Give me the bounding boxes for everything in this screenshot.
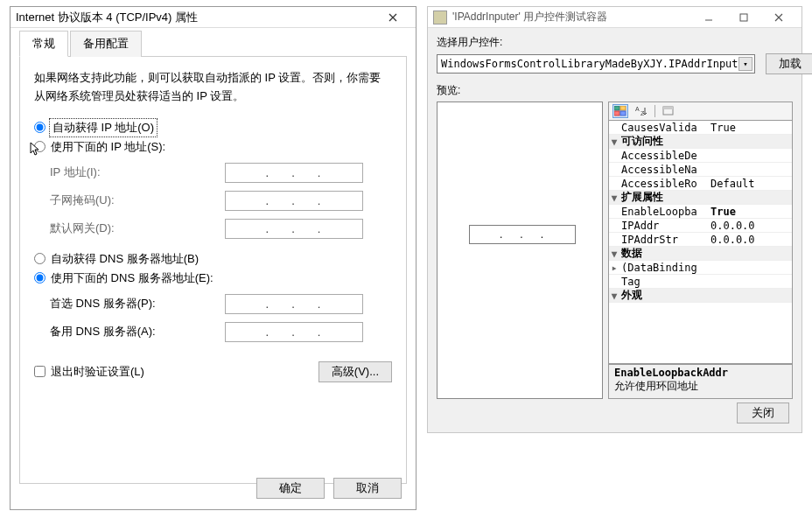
preview-area: ... AZ CausesValidaTrue▾可访问性AccessibleDe… xyxy=(437,102,793,399)
property-category-row[interactable]: ▾数据 xyxy=(609,247,792,261)
property-row[interactable]: EnableLoopbaTrue xyxy=(609,205,792,219)
expand-icon[interactable]: ▾ xyxy=(609,290,620,302)
dns2-label: 备用 DNS 服务器(A): xyxy=(50,324,225,340)
control-combobox-value: WindowsFormsControlLibraryMadeByXJY.IPAd… xyxy=(441,58,751,70)
dns-fields-group: 首选 DNS 服务器(P): ... 备用 DNS 服务器(A): ... xyxy=(50,294,392,342)
property-value[interactable]: True xyxy=(707,122,792,134)
property-row[interactable]: IPAddrStr0.0.0.0 xyxy=(609,233,792,247)
advanced-button[interactable]: 高级(V)... xyxy=(318,361,392,382)
property-value[interactable]: True xyxy=(707,206,792,218)
property-category-row[interactable]: ▾外观 xyxy=(609,289,792,303)
property-toolbar: AZ xyxy=(608,102,793,121)
property-row[interactable]: AccessibleNa xyxy=(609,163,792,177)
right-body: 选择用户控件: WindowsFormsControlLibraryMadeBy… xyxy=(428,28,802,406)
property-value[interactable]: 0.0.0.0 xyxy=(707,234,792,246)
property-panel: AZ CausesValidaTrue▾可访问性AccessibleDeAcce… xyxy=(608,102,793,399)
radio-manual-dns-label: 使用下面的 DNS 服务器地址(E): xyxy=(51,270,214,286)
tab-alt-config[interactable]: 备用配置 xyxy=(70,31,142,57)
tab-panel-general: 如果网络支持此功能，则可以获取自动指派的 IP 设置。否则，你需要从网络系统管理… xyxy=(19,57,407,484)
radio-auto-ip-row[interactable]: 自动获得 IP 地址(O) xyxy=(34,120,392,136)
property-key: AccessibleNa xyxy=(620,164,707,176)
control-combobox[interactable]: WindowsFormsControlLibraryMadeByXJY.IPAd… xyxy=(437,54,755,74)
close-button[interactable] xyxy=(375,7,410,28)
radio-manual-ip-row[interactable]: 使用下面的 IP 地址(S): xyxy=(34,139,392,155)
expand-icon[interactable]: ▾ xyxy=(609,192,620,204)
expand-icon[interactable]: ▾ xyxy=(609,248,620,260)
titlebar[interactable]: Internet 协议版本 4 (TCP/IPv4) 属性 xyxy=(10,7,416,28)
category-name: 外观 xyxy=(620,288,792,303)
property-row[interactable]: Tag xyxy=(609,275,792,289)
expand-icon[interactable]: ▾ xyxy=(609,136,620,148)
dns1-label: 首选 DNS 服务器(P): xyxy=(50,296,225,312)
minimize-button[interactable] xyxy=(691,7,726,28)
categorized-view-icon[interactable] xyxy=(612,104,628,118)
property-row[interactable]: AccessibleRoDefault xyxy=(609,177,792,191)
dns2-row: 备用 DNS 服务器(A): ... xyxy=(50,322,392,342)
gateway-label: 默认网关(D): xyxy=(50,220,225,236)
radio-manual-dns-row[interactable]: 使用下面的 DNS 服务器地址(E): xyxy=(34,270,392,286)
property-row[interactable]: ▸(DataBinding xyxy=(609,261,792,275)
ip-fields-group: IP 地址(I): ... 子网掩码(U): ... 默认网关(D): ... xyxy=(50,163,392,239)
property-row[interactable]: IPAddr0.0.0.0 xyxy=(609,219,792,233)
ip-address-input[interactable]: ... xyxy=(225,163,363,183)
radio-auto-dns[interactable] xyxy=(34,253,46,264)
close-dialog-button[interactable]: 关闭 xyxy=(737,402,789,424)
app-icon xyxy=(433,10,447,24)
property-key: AccessibleRo xyxy=(620,178,707,190)
preview-canvas: ... xyxy=(437,102,603,399)
radio-auto-ip[interactable] xyxy=(34,122,46,133)
preview-label: 预览: xyxy=(437,83,793,98)
window-buttons xyxy=(691,7,796,28)
tab-general[interactable]: 常规 xyxy=(19,31,68,57)
property-row[interactable]: CausesValidaTrue xyxy=(609,121,792,135)
help-property-name: EnableLoopbackAddr xyxy=(614,367,787,379)
dns1-input[interactable]: ... xyxy=(225,294,363,314)
maximize-button[interactable] xyxy=(726,7,761,28)
cancel-button[interactable]: 取消 xyxy=(333,478,402,499)
ipaddr-inputer-control[interactable]: ... xyxy=(469,225,576,244)
titlebar[interactable]: 'IPAddrInputer' 用户控件测试容器 xyxy=(428,7,802,28)
tabs: 常规 备用配置 xyxy=(19,30,407,57)
property-key: IPAddrStr xyxy=(620,234,707,246)
window-title: 'IPAddrInputer' 用户控件测试容器 xyxy=(452,10,691,24)
tab-area: 常规 备用配置 如果网络支持此功能，则可以获取自动指派的 IP 设置。否则，你需… xyxy=(10,28,416,484)
help-property-desc: 允许使用环回地址 xyxy=(614,379,787,394)
property-key: EnableLoopba xyxy=(620,206,707,218)
property-value[interactable]: Default xyxy=(707,178,792,190)
radio-manual-ip-label: 使用下面的 IP 地址(S): xyxy=(51,139,165,155)
expand-icon[interactable]: ▸ xyxy=(609,262,620,274)
usercontrol-test-container-window: 'IPAddrInputer' 用户控件测试容器 选择用户控件: Windows… xyxy=(427,6,802,433)
svg-rect-4 xyxy=(620,111,626,116)
property-key: Tag xyxy=(620,276,707,288)
load-button[interactable]: 加载 xyxy=(766,53,812,74)
advanced-row: 退出时验证设置(L) 高级(V)... xyxy=(34,361,392,382)
dns2-input[interactable]: ... xyxy=(225,322,363,342)
radio-manual-dns[interactable] xyxy=(34,272,46,284)
dns1-row: 首选 DNS 服务器(P): ... xyxy=(50,294,392,314)
validate-on-exit-checkbox[interactable] xyxy=(34,366,46,377)
property-key: (DataBinding xyxy=(620,262,707,274)
close-button[interactable] xyxy=(761,7,796,28)
property-help-panel: EnableLoopbackAddr 允许使用环回地址 xyxy=(608,364,793,399)
chevron-down-icon[interactable]: ▾ xyxy=(738,57,752,71)
radio-auto-dns-row[interactable]: 自动获得 DNS 服务器地址(B) xyxy=(34,251,392,267)
radio-manual-ip[interactable] xyxy=(34,141,46,152)
combo-row: WindowsFormsControlLibraryMadeByXJY.IPAd… xyxy=(437,53,793,74)
svg-rect-0 xyxy=(740,14,747,21)
property-grid[interactable]: CausesValidaTrue▾可访问性AccessibleDeAccessi… xyxy=(608,121,793,364)
validate-on-exit-row[interactable]: 退出时验证设置(L) xyxy=(34,364,144,380)
subnet-mask-input[interactable]: ... xyxy=(225,191,363,211)
property-key: CausesValida xyxy=(620,122,707,134)
ok-button[interactable]: 确定 xyxy=(256,478,325,499)
alphabetical-view-icon[interactable]: AZ xyxy=(634,104,649,118)
validate-on-exit-label: 退出时验证设置(L) xyxy=(51,364,144,380)
right-footer: 关闭 xyxy=(737,402,789,424)
property-value[interactable]: 0.0.0.0 xyxy=(707,220,792,232)
toolbar-separator xyxy=(654,105,655,117)
property-category-row[interactable]: ▾可访问性 xyxy=(609,135,792,149)
category-name: 扩展属性 xyxy=(620,190,792,205)
property-row[interactable]: AccessibleDe xyxy=(609,149,792,163)
property-pages-icon[interactable] xyxy=(661,104,676,118)
gateway-input[interactable]: ... xyxy=(225,219,363,239)
property-category-row[interactable]: ▾扩展属性 xyxy=(609,191,792,205)
